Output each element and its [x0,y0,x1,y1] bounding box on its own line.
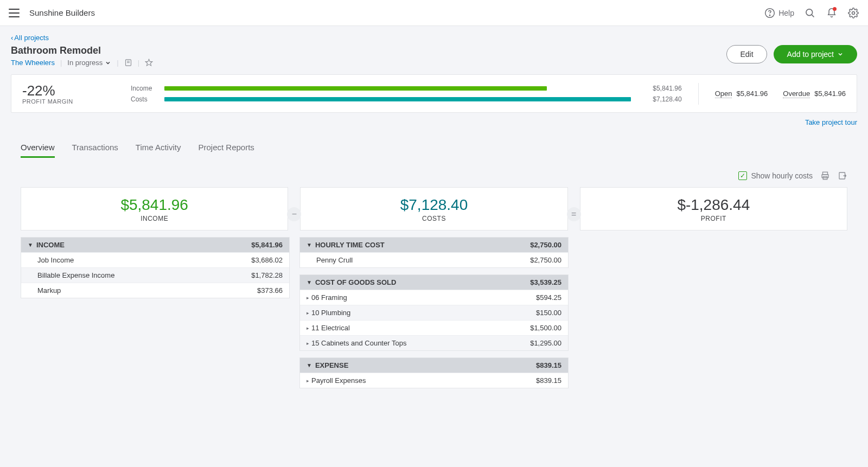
chevron-down-icon [105,60,111,66]
income-table: ▼ INCOME $5,841.96 Job Income$3,686.02Bi… [21,237,290,298]
hourly-table: ▼ HOURLY TIME COST $2,750.00 Penny Crull… [299,237,569,268]
row-value: $373.66 [257,286,283,295]
table-row[interactable]: ▸11 Electrical$1,500.00 [300,320,568,335]
profit-column [578,237,847,395]
row-label: Penny Crull [316,256,353,264]
income-column: ▼ INCOME $5,841.96 Job Income$3,686.02Bi… [21,237,290,395]
menu-icon[interactable] [9,9,20,17]
checkbox-icon: ✓ [738,171,747,180]
edit-button[interactable]: Edit [726,45,767,63]
customer-link[interactable]: The Wheelers [11,59,55,67]
income-card: $5,841.96 INCOME [21,187,288,231]
show-hourly-label: Show hourly costs [751,171,813,180]
costs-card-value: $7,128.40 [306,196,561,214]
cogs-header[interactable]: ▼ COST OF GOODS SOLD $3,539.25 [300,275,568,290]
row-label: Markup [37,286,61,295]
table-row[interactable]: ▸15 Cabinets and Counter Tops$1,295.00 [300,335,568,350]
profit-card-label: PROFIT [586,215,841,222]
overdue-value: $5,841.96 [814,89,846,98]
help-label: Help [778,9,794,17]
table-row[interactable]: Penny Crull$2,750.00 [300,252,568,267]
row-value: $1,782.28 [251,271,283,279]
table-row[interactable]: ▸06 Framing$594.25 [300,290,568,305]
row-label: Billable Expense Income [37,271,114,279]
tab-transactions[interactable]: Transactions [72,138,118,158]
summary-card: -22% PROFIT MARGIN Income $5,841.96 Cost… [11,74,857,113]
export-icon[interactable] [838,171,847,181]
costs-column: ▼ HOURLY TIME COST $2,750.00 Penny Crull… [299,237,569,395]
svg-line-3 [812,15,814,17]
row-value: $1,500.00 [530,324,561,332]
open-value: $5,841.96 [736,89,768,98]
costs-card: $7,128.40 COSTS [300,187,567,231]
gear-icon[interactable] [847,7,859,19]
table-row[interactable]: Billable Expense Income$1,782.28 [21,267,289,283]
table-row[interactable]: Markup$373.66 [21,283,289,298]
notification-dot [833,7,837,11]
show-hourly-checkbox[interactable]: ✓ Show hourly costs [738,171,813,180]
income-bar [164,86,547,91]
row-label: 06 Framing [311,293,347,302]
cogs-table: ▼ COST OF GOODS SOLD $3,539.25 ▸06 Frami… [299,274,569,351]
svg-point-4 [852,11,855,14]
company-name: Sunshine Builders [29,8,95,17]
tab-time-activity[interactable]: Time Activity [136,138,181,158]
equals-icon: = [567,207,581,221]
income-bar-value: $5,841.96 [639,85,682,92]
tabs: Overview Transactions Time Activity Proj… [11,138,857,158]
back-link[interactable]: ‹All projects [11,34,49,42]
svg-point-2 [806,9,813,15]
expand-icon: ▸ [307,295,309,300]
hourly-header[interactable]: ▼ HOURLY TIME COST $2,750.00 [300,238,568,252]
row-value: $594.25 [536,293,561,302]
svg-point-1 [770,15,770,15]
breadcrumb: ‹All projects [11,34,857,42]
row-label: 15 Cabinets and Counter Tops [311,339,406,347]
table-row[interactable]: ▸Payroll Expenses$839.15 [300,373,568,388]
add-to-project-button[interactable]: Add to project [774,45,857,63]
costs-bar-value: $7,128.40 [639,95,682,103]
profit-margin-label: PROFIT MARGIN [22,98,131,105]
expand-icon: ▸ [307,310,309,316]
expand-icon: ▸ [307,378,309,383]
collapse-icon: ▼ [307,279,312,285]
search-icon[interactable] [804,7,816,19]
help-icon [764,8,775,18]
open-link[interactable]: Open [715,89,732,98]
expand-icon: ▸ [307,341,309,346]
tab-project-reports[interactable]: Project Reports [198,138,254,158]
row-label: 10 Plumbing [311,309,350,317]
expand-icon: ▸ [307,325,309,331]
row-label: 11 Electrical [311,324,350,332]
table-row[interactable]: Job Income$3,686.02 [21,252,289,267]
note-icon[interactable] [124,59,132,67]
expense-header[interactable]: ▼ EXPENSE $839.15 [300,358,568,373]
collapse-icon: ▼ [307,242,312,248]
row-value: $1,295.00 [530,339,561,347]
collapse-icon: ▼ [307,362,312,368]
star-icon[interactable] [145,59,153,67]
help-button[interactable]: Help [764,8,794,18]
profit-card: $-1,286.44 PROFIT [580,187,847,231]
print-icon[interactable] [820,171,830,181]
overdue-link[interactable]: Overdue [783,89,810,98]
expense-table: ▼ EXPENSE $839.15 ▸Payroll Expenses$839.… [299,357,569,388]
income-card-value: $5,841.96 [27,196,282,214]
chevron-down-icon [837,51,844,57]
income-header[interactable]: ▼ INCOME $5,841.96 [21,238,289,252]
costs-bar-label: Costs [131,95,157,103]
income-bar-label: Income [131,85,157,92]
table-row[interactable]: ▸10 Plumbing$150.00 [300,305,568,320]
profit-card-value: $-1,286.44 [586,196,841,214]
top-bar: Sunshine Builders Help [0,0,868,26]
svg-marker-8 [145,59,152,66]
status-dropdown[interactable]: In progress [67,59,111,67]
row-label: Payroll Expenses [311,376,366,385]
costs-card-label: COSTS [306,215,561,222]
take-tour-link[interactable]: Take project tour [805,118,857,126]
status-label: In progress [67,59,103,67]
notifications-icon[interactable] [826,7,838,19]
tab-overview[interactable]: Overview [21,138,55,158]
minus-icon: − [287,207,301,221]
row-value: $150.00 [536,309,561,317]
